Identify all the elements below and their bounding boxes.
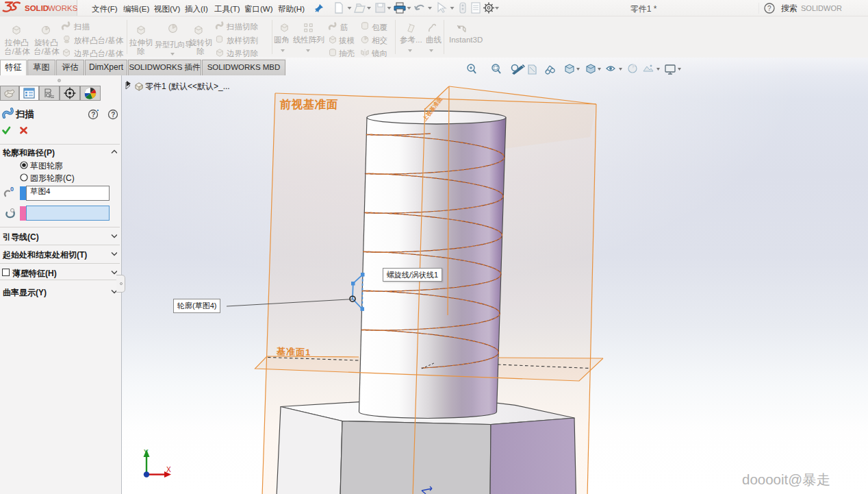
svg-text:搜索: 搜索 <box>781 3 797 13</box>
svg-text:?: ? <box>111 111 115 119</box>
svg-text:SOLIDWOR: SOLIDWOR <box>801 4 842 12</box>
svg-text:X: X <box>166 466 171 473</box>
svg-text:Y: Y <box>144 449 149 456</box>
svg-text:?: ? <box>767 5 771 12</box>
svg-text:前视基准面: 前视基准面 <box>279 98 338 110</box>
svg-text:SOLID: SOLID <box>25 4 49 12</box>
svg-text:基准面1: 基准面1 <box>277 346 311 358</box>
svg-text:零件1 (默认<<默认>_...: 零件1 (默认<<默认>_... <box>145 82 230 91</box>
svg-text:?: ? <box>91 111 95 119</box>
svg-text:WORKS: WORKS <box>48 4 77 12</box>
svg-text:0: 0 <box>10 186 14 193</box>
